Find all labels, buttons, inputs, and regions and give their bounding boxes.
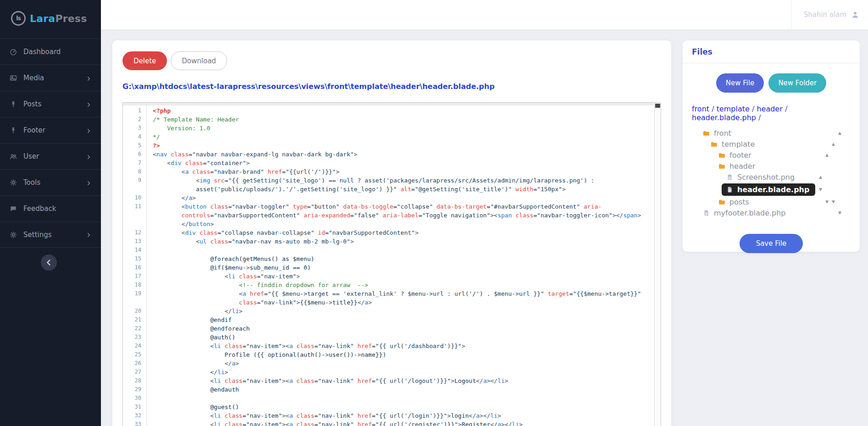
sidebar-item-user[interactable]: User — [0, 143, 101, 169]
tree-item-footer[interactable]: footer▲ — [692, 149, 851, 160]
file-icon — [702, 209, 710, 217]
code-line: 2/* Template Name: Header — [123, 115, 654, 124]
folder-icon — [718, 162, 726, 170]
sidebar: ls LaraPress DashboardMediaPostsFooterUs… — [0, 0, 101, 426]
folder-icon — [718, 151, 726, 159]
line-number: 10 — [123, 194, 146, 202]
tree-item-front[interactable]: front▲ — [692, 127, 851, 138]
line-number: 20 — [123, 307, 146, 315]
tree-item-header-blade-php[interactable]: header.blade.php▼ — [692, 183, 851, 196]
code-text: @auth() — [146, 333, 654, 342]
tree-item-posts[interactable]: posts▼▼ — [692, 196, 851, 207]
move-up-icon[interactable]: ▲ — [819, 175, 822, 179]
code-line: 16@if($menu->sub_menu_id == 0) — [123, 263, 654, 272]
chevron-right-icon — [86, 154, 92, 160]
gear-icon — [9, 231, 17, 239]
pin-icon — [9, 100, 17, 108]
sidebar-item-media[interactable]: Media — [0, 65, 101, 91]
code-line: 27</li> — [123, 368, 654, 376]
tree-item-label: Screenshot.png — [737, 173, 795, 182]
sidebar-collapse-button[interactable] — [41, 254, 57, 271]
line-number: 28 — [123, 376, 146, 385]
code-line: 21@endif — [123, 315, 654, 324]
media-icon — [9, 74, 17, 82]
code-text: @guest() — [146, 403, 654, 411]
tree-item-template[interactable]: template▲ — [692, 138, 851, 149]
code-text: */ — [146, 133, 654, 141]
files-panel-title: Files — [683, 40, 860, 63]
code-text: @endauth — [146, 385, 654, 394]
app-root: ls LaraPress DashboardMediaPostsFooterUs… — [0, 0, 868, 426]
line-number: 27 — [123, 368, 146, 376]
line-number: 26 — [123, 359, 146, 368]
users-icon — [9, 152, 17, 160]
editor-scrollbar-thumb[interactable] — [655, 104, 660, 108]
move-down-icon[interactable]: ▼ — [825, 200, 829, 204]
sidebar-item-label: Posts — [23, 100, 41, 108]
code-line: 10</a> — [123, 194, 654, 202]
tree-item-label: front — [714, 129, 731, 138]
brand-press: Press — [55, 13, 87, 24]
line-number: 31 — [123, 403, 146, 411]
line-number: 24 — [123, 342, 146, 350]
sidebar-item-label: Tools — [23, 178, 40, 187]
code-text — [146, 246, 654, 254]
code-editor[interactable]: 1<?php2/* Template Name: Header3Version:… — [122, 102, 661, 426]
code-line: 31@guest() — [123, 403, 654, 411]
breadcrumb-separator: / — [783, 105, 787, 113]
code-line: 17<li class="nav-item"> — [123, 272, 654, 281]
line-number: 23 — [123, 333, 146, 342]
tree-item-header[interactable]: header — [692, 160, 851, 172]
tree-item-screenshot-png[interactable]: Screenshot.png▲ — [692, 172, 851, 183]
larapress-logo-icon: ls — [11, 11, 26, 26]
tree-item-label: header — [729, 162, 755, 171]
person-icon — [851, 10, 860, 19]
code-pane[interactable]: 1<?php2/* Template Name: Header3Version:… — [123, 106, 654, 426]
code-text: </li> — [146, 368, 654, 376]
line-number: 33 — [123, 420, 146, 426]
sidebar-item-tools[interactable]: Tools — [0, 169, 101, 195]
user-menu[interactable]: Shahin alam — [791, 0, 860, 29]
line-number: 1 — [123, 106, 146, 115]
move-up-icon[interactable]: ▲ — [832, 142, 835, 146]
editor-toolbar: Delete Download — [122, 51, 661, 70]
code-line: 5?> — [123, 141, 654, 150]
line-number: 25 — [123, 350, 146, 359]
delete-button[interactable]: Delete — [122, 51, 167, 70]
save-file-button[interactable]: Save File — [740, 234, 803, 253]
move-up-icon[interactable]: ▲ — [838, 131, 841, 135]
code-text: ?> — [146, 141, 654, 150]
move-down-icon[interactable]: ▼ — [832, 200, 835, 204]
new-folder-button[interactable]: New Folder — [768, 73, 826, 93]
breadcrumb-link[interactable]: header.blade.php — [692, 113, 756, 122]
code-line: 20</li> — [123, 307, 654, 315]
line-number: 11 — [123, 202, 146, 228]
breadcrumb-link[interactable]: template — [717, 105, 750, 113]
line-number: 7 — [123, 159, 146, 167]
code-line: 1<?php — [123, 106, 654, 115]
download-button[interactable]: Download — [171, 51, 227, 70]
chevron-right-icon — [86, 127, 92, 133]
move-up-icon[interactable]: ▲ — [825, 153, 829, 157]
folder-icon — [710, 140, 718, 148]
chevron-right-icon — [86, 180, 92, 186]
sidebar-item-label: Footer — [23, 126, 45, 134]
breadcrumb-link[interactable]: header — [757, 105, 782, 113]
sidebar-item-posts[interactable]: Posts — [0, 91, 101, 117]
move-down-icon[interactable]: ▼ — [838, 211, 841, 215]
editor-scrollbar[interactable] — [654, 103, 661, 426]
move-down-icon[interactable]: ▼ — [819, 188, 822, 192]
username-label: Shahin alam — [804, 11, 846, 19]
line-number: 19 — [123, 289, 146, 307]
breadcrumb-link[interactable]: front — [692, 105, 709, 113]
sidebar-item-feedback[interactable]: Feedback — [0, 195, 101, 221]
line-number: 8 — [123, 167, 146, 176]
sidebar-item-dashboard[interactable]: Dashboard — [0, 39, 101, 65]
new-file-button[interactable]: New File — [716, 73, 764, 93]
code-line: 14 — [123, 246, 654, 254]
sidebar-item-label: Media — [23, 74, 44, 82]
sidebar-item-footer[interactable]: Footer — [0, 117, 101, 143]
tree-item-myfooter-blade-php[interactable]: myfooter.blade.php▼ — [692, 207, 851, 218]
larapress-logo[interactable]: ls LaraPress — [0, 0, 101, 34]
sidebar-item-settings[interactable]: Settings — [0, 221, 101, 248]
